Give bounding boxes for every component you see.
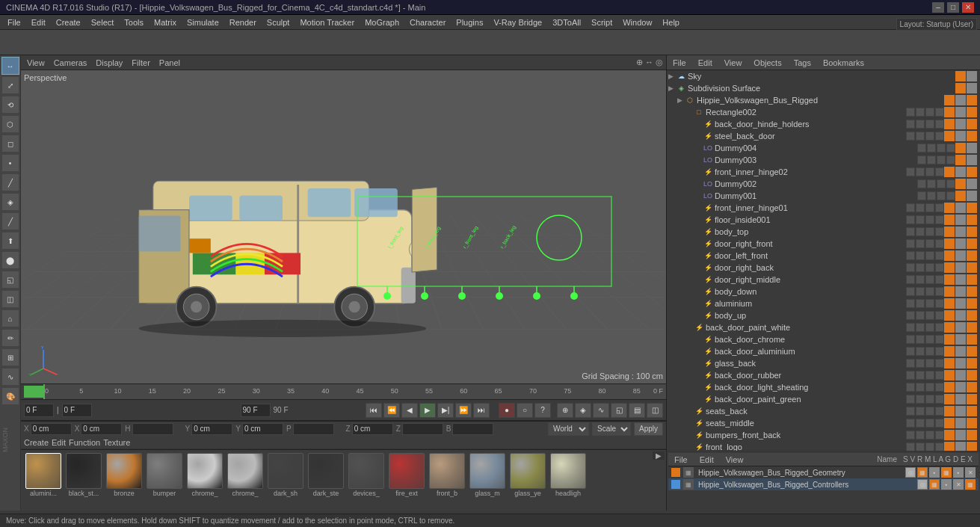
tag-icon-2[interactable]	[925, 239, 934, 248]
tag-icon-2[interactable]	[937, 155, 946, 164]
next-frame-button[interactable]: ▶|	[437, 403, 454, 418]
tree-item-front-inner-hinge02[interactable]: ⚡front_inner_hinge02	[667, 166, 980, 178]
tag-icon-3[interactable]	[935, 263, 944, 272]
menu-item-window[interactable]: Window	[618, 17, 656, 28]
material-swatch-dark-sh[interactable]: dark_sh	[266, 453, 305, 497]
geo-ctrl-1[interactable]: ◎	[905, 467, 916, 478]
tag-icon-3[interactable]	[935, 323, 944, 332]
material-swatch-chrome-[interactable]: chrome_	[185, 453, 224, 497]
tree-ctrl-btn-0[interactable]	[944, 322, 955, 333]
tree-ctrl-btn-1[interactable]	[955, 358, 966, 369]
tag-icon-0[interactable]	[906, 383, 915, 392]
brush-tool[interactable]: ✏	[1, 329, 19, 347]
tree-ctrl-btn-1[interactable]	[955, 442, 966, 451]
material-scroll-area[interactable]: alumini...black_st...bronzebumperchrome_…	[22, 452, 653, 499]
tree-ctrl-btn-1[interactable]	[955, 167, 966, 177]
tree-ctrl-btn-0[interactable]	[944, 167, 955, 177]
minimize-button[interactable]: –	[932, 2, 944, 13]
loop-tool[interactable]: ⬤	[1, 251, 19, 269]
tree-ctrl-btn-0[interactable]	[944, 250, 955, 261]
y-size-input[interactable]	[242, 423, 283, 435]
tag-icon-0[interactable]	[906, 371, 915, 380]
tag-icon-0[interactable]	[917, 144, 926, 152]
tag-icon-3[interactable]	[935, 311, 944, 320]
viewport-canvas[interactable]: Perspective	[21, 70, 666, 383]
material-swatch-alumini---[interactable]: alumini...	[24, 453, 63, 497]
close-button[interactable]: ✕	[962, 2, 974, 13]
apply-button[interactable]: Apply	[634, 422, 663, 436]
attr-file-menu[interactable]: File	[671, 455, 691, 464]
tree-ctrl-btn-0[interactable]	[944, 358, 955, 369]
tree-ctrl-btn-1[interactable]	[967, 179, 977, 189]
tag-icon-1[interactable]	[927, 144, 936, 152]
y-position-input[interactable]	[191, 423, 232, 435]
tag-icon-1[interactable]	[916, 287, 925, 296]
material-swatch-glass-ye[interactable]: glass_ye	[508, 453, 547, 497]
mat-edit-menu[interactable]: Edit	[52, 438, 66, 447]
tree-ctrl-btn-2[interactable]	[967, 274, 977, 285]
tag-icon-3[interactable]	[935, 431, 944, 440]
tag-icon-0[interactable]	[906, 347, 915, 356]
tag-icon-3[interactable]	[946, 155, 955, 164]
tree-ctrl-btn-1[interactable]	[967, 83, 977, 93]
tree-ctrl-btn-1[interactable]	[955, 430, 966, 440]
tag-icon-2[interactable]	[925, 203, 934, 212]
tree-item-body-down[interactable]: ⚡body_down	[667, 286, 980, 298]
tag-icon-0[interactable]	[906, 120, 915, 129]
tree-ctrl-btn-0[interactable]	[944, 226, 955, 237]
tag-icon-1[interactable]	[916, 239, 925, 248]
material-swatch-front-b[interactable]: front_b	[428, 453, 466, 497]
tree-ctrl-btn-0[interactable]	[955, 179, 966, 189]
material-swatch-devices-[interactable]: devices_	[347, 453, 386, 497]
weld-tool[interactable]: ⊞	[1, 348, 19, 366]
tag-icon-3[interactable]	[935, 203, 944, 212]
tree-item-dummy001[interactable]: LODummy001	[667, 190, 980, 202]
tag-icon-1[interactable]	[916, 431, 925, 440]
obj-objects-menu[interactable]: Objects	[751, 58, 784, 67]
tree-item-bumpers-front-back[interactable]: ⚡bumpers_front_back	[667, 429, 980, 441]
tree-ctrl-btn-1[interactable]	[955, 215, 966, 225]
tag-icon-1[interactable]	[927, 155, 936, 164]
tree-ctrl-btn-1[interactable]	[955, 346, 966, 357]
tag-icon-2[interactable]	[925, 287, 934, 296]
timeline-bar[interactable]: 051015202530354045505560657075808590	[43, 384, 666, 399]
tree-ctrl-btn-2[interactable]	[967, 119, 977, 129]
select-tool[interactable]: ⬡	[1, 115, 19, 133]
tag-icon-1[interactable]	[916, 215, 925, 224]
tree-item-dummy004[interactable]: LODummy004	[667, 142, 980, 154]
tag-icon-0[interactable]	[906, 311, 915, 320]
tree-ctrl-btn-1[interactable]	[955, 382, 966, 392]
tag-icon-0[interactable]	[906, 323, 915, 332]
tree-ctrl-btn-2[interactable]	[967, 322, 977, 333]
tree-item-back-door-chrome[interactable]: ⚡back_door_chrome	[667, 333, 980, 345]
ctrl-ctrl-1[interactable]: ◎	[917, 479, 928, 490]
tag-icon-1[interactable]	[916, 347, 925, 356]
vp-display-menu[interactable]: Display	[93, 58, 126, 67]
tag-icon-0[interactable]	[917, 179, 926, 188]
extrude-tool[interactable]: ⬆	[1, 232, 19, 250]
tag-icon-1[interactable]	[916, 359, 925, 368]
tag-icon-1[interactable]	[916, 299, 925, 308]
tree-ctrl-btn-1[interactable]	[955, 238, 966, 249]
tree-ctrl-btn-1[interactable]	[955, 226, 966, 237]
tag-icon-1[interactable]	[916, 311, 925, 320]
menu-item-script[interactable]: Script	[587, 17, 617, 28]
polygon-tool[interactable]: ◻	[1, 135, 19, 152]
rotate-tool[interactable]: ⟲	[1, 96, 19, 114]
tag-icon-3[interactable]	[935, 443, 944, 451]
tree-ctrl-btn-2[interactable]	[967, 107, 977, 117]
timeline-view-button[interactable]: ◱	[611, 403, 627, 418]
tag-icon-0[interactable]	[906, 431, 915, 440]
scale-system-dropdown[interactable]: Scale Size	[592, 422, 631, 436]
tag-icon-0[interactable]	[906, 335, 915, 344]
tag-icon-0[interactable]	[906, 132, 915, 141]
tag-icon-1[interactable]	[916, 443, 925, 451]
tree-item-back-door-paint-white[interactable]: ⚡back_door_paint_white	[667, 321, 980, 333]
tree-ctrl-btn-2[interactable]	[967, 358, 977, 369]
help-button[interactable]: ?	[534, 403, 551, 418]
motion-blend-button[interactable]: ▤	[629, 403, 645, 418]
vp-panel-menu[interactable]: Panel	[156, 58, 183, 67]
tree-ctrl-btn-2[interactable]	[967, 442, 977, 451]
tag-icon-2[interactable]	[925, 419, 934, 428]
tag-icon-2[interactable]	[925, 263, 934, 272]
